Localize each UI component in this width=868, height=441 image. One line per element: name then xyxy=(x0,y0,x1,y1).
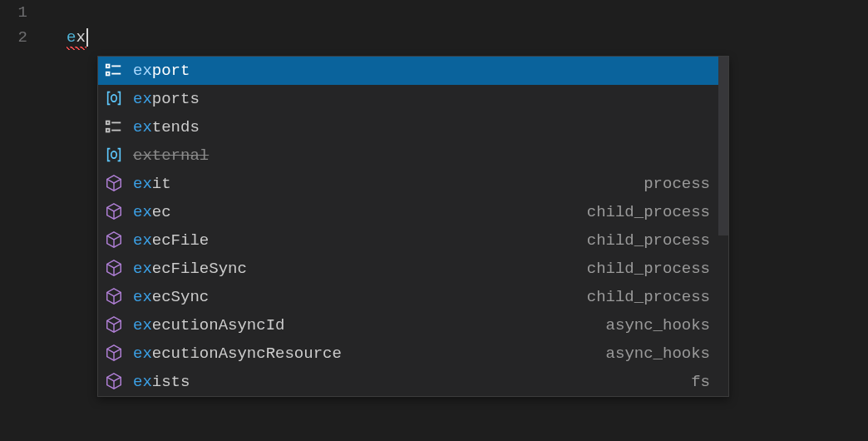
suggestion-source: child_process xyxy=(587,203,710,221)
suggestion-item[interactable]: export xyxy=(98,57,718,85)
suggestion-label: exists xyxy=(133,373,190,391)
scrollbar-thumb[interactable] xyxy=(718,57,728,235)
code-line[interactable] xyxy=(67,0,868,25)
suggestion-item[interactable]: executionAsyncIdasync_hooks xyxy=(98,311,718,339)
line-number: 2 xyxy=(0,25,46,50)
svg-point-9 xyxy=(111,151,116,158)
code-line[interactable]: ex xyxy=(67,25,868,50)
suggestion-item[interactable]: execFilechild_process xyxy=(98,226,718,255)
method-icon xyxy=(105,259,125,279)
suggestion-source: child_process xyxy=(587,260,710,278)
suggestion-item[interactable]: exitprocess xyxy=(98,170,718,198)
suggestion-label: execFile xyxy=(133,231,209,250)
keyword-icon xyxy=(105,117,125,137)
method-icon xyxy=(105,287,125,307)
method-icon xyxy=(105,230,125,250)
suggestion-label: extends xyxy=(133,118,200,136)
line-number: 1 xyxy=(0,0,46,25)
suggestion-label: execSync xyxy=(133,288,209,306)
suggestion-item[interactable]: execchild_process xyxy=(98,198,718,226)
variable-icon xyxy=(105,146,125,166)
code-editor[interactable]: 1 2 ex export exports extends xyxy=(0,0,868,441)
autocomplete-popup[interactable]: export exports extends external exitproc… xyxy=(97,56,729,397)
svg-rect-2 xyxy=(106,72,110,76)
suggestion-source: async_hooks xyxy=(606,316,710,334)
suggestion-item[interactable]: execSyncchild_process xyxy=(98,283,718,311)
suggestion-label: exec xyxy=(133,203,171,221)
method-icon xyxy=(105,372,125,392)
svg-rect-7 xyxy=(106,129,110,132)
suggestion-item[interactable]: extends xyxy=(98,113,718,141)
svg-rect-0 xyxy=(106,65,110,68)
svg-point-4 xyxy=(111,95,116,102)
suggestion-list[interactable]: export exports extends external exitproc… xyxy=(98,57,728,396)
suggestion-item[interactable]: external xyxy=(98,141,718,170)
suggestion-source: child_process xyxy=(587,231,710,250)
suggestion-label: executionAsyncId xyxy=(133,316,284,334)
suggestion-item[interactable]: execFileSyncchild_process xyxy=(98,255,718,283)
suggestion-source: child_process xyxy=(587,288,710,306)
line-gutter: 1 2 xyxy=(0,0,46,441)
suggestion-item[interactable]: executionAsyncResourceasync_hooks xyxy=(98,339,718,368)
method-icon xyxy=(105,315,125,335)
error-underline xyxy=(67,47,86,50)
method-icon xyxy=(105,202,125,222)
typed-text: e xyxy=(67,28,76,47)
method-icon xyxy=(105,344,125,364)
suggestion-label: execFileSync xyxy=(133,260,247,278)
method-icon xyxy=(105,174,125,194)
suggestion-label: executionAsyncResource xyxy=(133,344,342,363)
suggestion-label: export xyxy=(133,62,190,80)
keyword-icon xyxy=(105,61,125,81)
suggestion-source: async_hooks xyxy=(606,344,710,363)
editor-lines[interactable]: ex xyxy=(67,0,868,50)
text-cursor xyxy=(86,28,88,47)
suggestion-label: external xyxy=(133,146,209,165)
svg-rect-5 xyxy=(106,121,110,125)
suggestion-item[interactable]: exports xyxy=(98,85,718,113)
suggestion-item[interactable]: existsfs xyxy=(98,368,718,396)
suggestion-source: fs xyxy=(691,373,710,391)
suggestion-label: exit xyxy=(133,175,171,193)
variable-icon xyxy=(105,89,125,109)
typed-text: x xyxy=(76,28,85,47)
suggestion-label: exports xyxy=(133,90,200,108)
suggestion-source: process xyxy=(644,175,710,193)
